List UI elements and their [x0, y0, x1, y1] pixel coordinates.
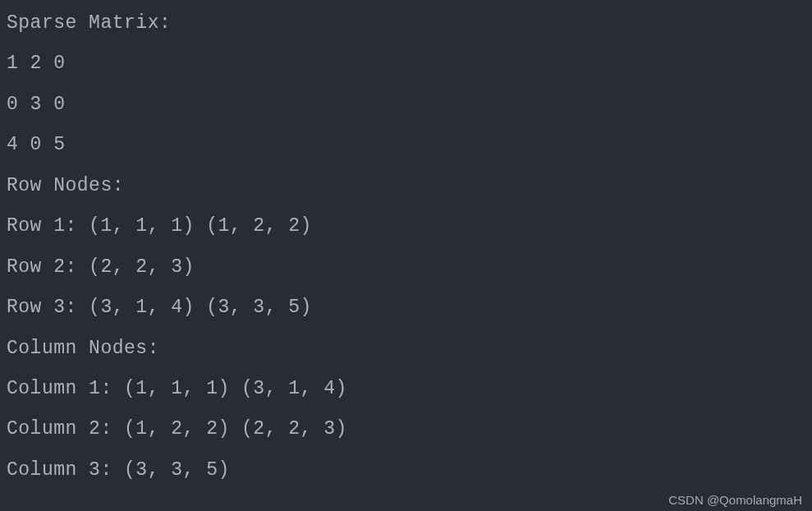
output-line: Column 3: (3, 3, 5): [7, 450, 805, 490]
terminal-output: Sparse Matrix: 1 2 0 0 3 0 4 0 5 Row Nod…: [7, 3, 805, 490]
output-line: 4 0 5: [7, 125, 805, 165]
output-line: Column Nodes:: [7, 329, 805, 369]
output-line: Column 2: (1, 2, 2) (2, 2, 3): [7, 409, 805, 449]
output-line: Row Nodes:: [7, 166, 805, 206]
output-line: Row 3: (3, 1, 4) (3, 3, 5): [7, 288, 805, 328]
output-line: 0 3 0: [7, 85, 805, 125]
watermark-text: CSDN @QomolangmaH: [668, 494, 802, 506]
output-line: Column 1: (1, 1, 1) (3, 1, 4): [7, 369, 805, 409]
output-line: Sparse Matrix:: [7, 3, 805, 44]
output-line: Row 2: (2, 2, 3): [7, 247, 805, 288]
output-line: 1 2 0: [7, 44, 805, 84]
output-line: Row 1: (1, 1, 1) (1, 2, 2): [7, 206, 805, 246]
